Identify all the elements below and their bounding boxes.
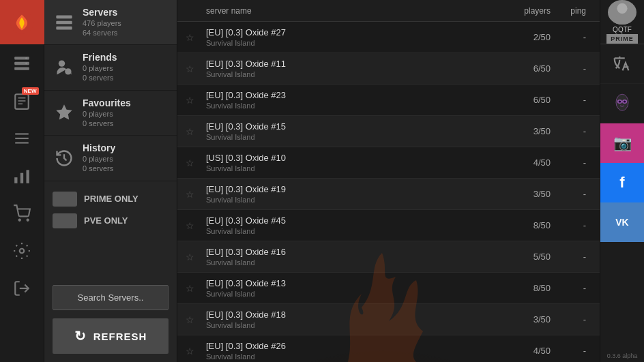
vk-icon: VK bbox=[615, 217, 628, 228]
nav-stats[interactable] bbox=[0, 157, 44, 194]
server-type-8: Survival Island bbox=[206, 290, 496, 298]
search-servers-button[interactable]: Search Servers.. bbox=[53, 285, 169, 310]
prime-only-label: PRIME ONLY bbox=[84, 194, 138, 204]
server-list-wrapper: ☆ [EU] [0.3] Oxide #27 Survival Island 2… bbox=[177, 22, 600, 362]
prime-only-filter[interactable]: PRIME ONLY bbox=[53, 192, 169, 207]
svg-rect-21 bbox=[56, 20, 72, 24]
nav-new-item[interactable]: NEW bbox=[0, 82, 44, 119]
sidebar-item-favourites[interactable]: Favourites 0 players 0 servers bbox=[44, 91, 177, 136]
version-label: 0.3.6 alpha bbox=[606, 347, 639, 362]
server-type-4: Survival Island bbox=[206, 164, 496, 172]
history-sub2: 0 servers bbox=[83, 164, 115, 173]
logo[interactable] bbox=[0, 0, 44, 44]
nav-exit[interactable] bbox=[0, 269, 44, 307]
server-name-1: [EU] [0.3] Oxide #11 bbox=[206, 59, 496, 70]
server-players-1: 6/50 bbox=[496, 63, 551, 74]
svg-rect-3 bbox=[14, 67, 29, 70]
pve-only-filter[interactable]: PVE ONLY bbox=[53, 213, 169, 228]
svg-rect-6 bbox=[15, 94, 29, 109]
nav-store[interactable] bbox=[0, 194, 44, 232]
svg-rect-20 bbox=[56, 15, 72, 18]
table-row[interactable]: ☆ [EU] [0.3] Oxide #27 Survival Island 2… bbox=[177, 22, 600, 53]
server-ping-10: - bbox=[551, 346, 591, 356]
friends-text: Friends 0 players 0 servers bbox=[83, 52, 117, 82]
server-players-0: 2/50 bbox=[496, 32, 551, 42]
favourite-star-5[interactable]: ☆ bbox=[186, 189, 206, 200]
favourite-star-4[interactable]: ☆ bbox=[186, 157, 206, 168]
refresh-icon: ↻ bbox=[74, 328, 87, 344]
server-name-9: [EU] [0.3] Oxide #18 bbox=[206, 310, 496, 321]
sidebar-item-friends[interactable]: Friends 0 players 0 servers bbox=[44, 45, 177, 90]
server-info-0: [EU] [0.3] Oxide #27 Survival Island bbox=[206, 27, 496, 47]
server-name-5: [EU] [0.3] Oxide #19 bbox=[206, 184, 496, 196]
nav-list[interactable] bbox=[0, 119, 44, 157]
server-info-7: [EU] [0.3] Oxide #16 Survival Island bbox=[206, 247, 496, 267]
vk-button[interactable]: VK bbox=[600, 202, 645, 242]
history-title: History bbox=[83, 142, 115, 154]
server-type-1: Survival Island bbox=[206, 70, 496, 78]
server-players-9: 3/50 bbox=[496, 314, 551, 325]
server-ping-4: - bbox=[551, 157, 591, 168]
server-info-5: [EU] [0.3] Oxide #19 Survival Island bbox=[206, 184, 496, 204]
server-players-8: 8/50 bbox=[496, 283, 551, 293]
refresh-button[interactable]: ↻ REFRESH bbox=[53, 318, 169, 354]
table-row[interactable]: ☆ [EU] [0.3] Oxide #26 Survival Island 4… bbox=[177, 335, 600, 362]
server-players-10: 4/50 bbox=[496, 346, 551, 356]
sidebar-item-servers[interactable]: Servers 476 players 64 servers bbox=[44, 0, 177, 45]
table-row[interactable]: ☆ [EU] [0.3] Oxide #18 Survival Island 3… bbox=[177, 304, 600, 335]
svg-point-18 bbox=[20, 248, 25, 253]
table-row[interactable]: ☆ [EU] [0.3] Oxide #45 Survival Island 8… bbox=[177, 210, 600, 241]
server-info-9: [EU] [0.3] Oxide #18 Survival Island bbox=[206, 310, 496, 329]
server-ping-3: - bbox=[551, 126, 591, 136]
refresh-label: REFRESH bbox=[93, 331, 147, 342]
prime-only-toggle[interactable] bbox=[53, 192, 77, 207]
table-row[interactable]: ☆ [EU] [0.3] Oxide #15 Survival Island 3… bbox=[177, 116, 600, 147]
svg-point-5 bbox=[25, 62, 27, 64]
server-name-7: [EU] [0.3] Oxide #16 bbox=[206, 247, 496, 258]
svg-rect-15 bbox=[27, 170, 29, 183]
new-badge: NEW bbox=[22, 87, 39, 95]
server-players-5: 3/50 bbox=[496, 189, 551, 199]
server-players-2: 6/50 bbox=[496, 95, 551, 105]
sidebar-item-history[interactable]: History 0 players 0 servers bbox=[44, 136, 177, 181]
servers-title: Servers bbox=[83, 7, 121, 18]
instagram-button[interactable]: 📷 bbox=[600, 123, 645, 163]
svg-rect-13 bbox=[14, 177, 17, 183]
alien-button[interactable] bbox=[600, 84, 645, 123]
favourite-star-10[interactable]: ☆ bbox=[186, 346, 206, 357]
server-name-10: [EU] [0.3] Oxide #26 bbox=[206, 341, 496, 352]
table-row[interactable]: ☆ [EU] [0.3] Oxide #16 Survival Island 5… bbox=[177, 241, 600, 273]
server-ping-2: - bbox=[551, 95, 591, 105]
favourite-star-8[interactable]: ☆ bbox=[186, 283, 206, 294]
favourite-star-2[interactable]: ☆ bbox=[186, 95, 206, 106]
server-name-3: [EU] [0.3] Oxide #15 bbox=[206, 121, 496, 133]
favourite-star-6[interactable]: ☆ bbox=[186, 220, 206, 231]
pve-only-toggle[interactable] bbox=[53, 213, 77, 228]
server-type-6: Survival Island bbox=[206, 227, 496, 235]
facebook-button[interactable]: f bbox=[600, 163, 645, 202]
favourite-star-1[interactable]: ☆ bbox=[186, 63, 206, 74]
server-info-2: [EU] [0.3] Oxide #23 Survival Island bbox=[206, 90, 496, 110]
nav-settings[interactable] bbox=[0, 232, 44, 269]
table-row[interactable]: ☆ [EU] [0.3] Oxide #13 Survival Island 8… bbox=[177, 273, 600, 304]
table-row[interactable]: ☆ [EU] [0.3] Oxide #23 Survival Island 6… bbox=[177, 85, 600, 116]
nav-servers[interactable] bbox=[0, 44, 44, 82]
favourite-star-0[interactable]: ☆ bbox=[186, 32, 206, 43]
table-row[interactable]: ☆ [EU] [0.3] Oxide #19 Survival Island 3… bbox=[177, 179, 600, 210]
friends-sub2: 0 servers bbox=[83, 73, 117, 82]
table-row[interactable]: ☆ [EU] [0.3] Oxide #11 Survival Island 6… bbox=[177, 53, 600, 85]
server-type-3: Survival Island bbox=[206, 133, 496, 141]
icon-bar: NEW bbox=[0, 0, 44, 362]
facebook-icon: f bbox=[619, 174, 624, 192]
favourite-star-7[interactable]: ☆ bbox=[186, 252, 206, 262]
table-row[interactable]: ☆ [US] [0.3] Oxide #10 Survival Island 4… bbox=[177, 147, 600, 179]
favourite-star-3[interactable]: ☆ bbox=[186, 126, 206, 137]
avatar-area: QQTF PRIME bbox=[600, 0, 645, 44]
translate-button[interactable] bbox=[600, 44, 645, 84]
username-label: QQTF bbox=[613, 26, 632, 33]
favourite-star-9[interactable]: ☆ bbox=[186, 314, 206, 325]
servers-sub2: 64 servers bbox=[83, 28, 121, 37]
svg-point-32 bbox=[619, 100, 621, 102]
server-ping-9: - bbox=[551, 314, 591, 325]
server-ping-1: - bbox=[551, 63, 591, 74]
